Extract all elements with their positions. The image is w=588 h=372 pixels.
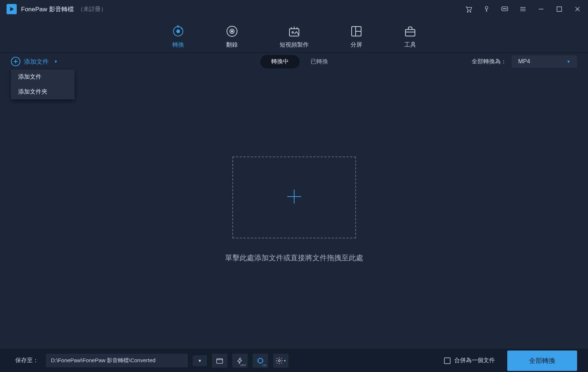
chevron-down-icon: ▼ <box>567 59 571 64</box>
svg-point-1 <box>467 11 468 12</box>
svg-point-16 <box>292 32 293 33</box>
svg-rect-19 <box>217 359 223 363</box>
segment-converted[interactable]: 已轉換 <box>311 58 328 66</box>
maximize-icon[interactable] <box>555 5 563 13</box>
collage-icon <box>350 25 363 37</box>
add-file-label: 添加文件 <box>24 58 49 66</box>
tab-collage[interactable]: 分屏 <box>346 22 367 49</box>
merge-label: 合併為一個文件 <box>454 357 495 364</box>
cart-icon[interactable] <box>464 5 472 13</box>
add-file-dropdown: 添加文件 添加文件夾 <box>11 70 75 99</box>
dropdown-add-file[interactable]: 添加文件 <box>11 70 75 84</box>
svg-point-6 <box>504 8 505 9</box>
app-title: FonePaw 影音轉檔 <box>21 5 74 13</box>
svg-marker-0 <box>10 7 14 11</box>
convert-all-button[interactable]: 全部轉換 <box>507 351 577 371</box>
tab-convert-label: 轉換 <box>172 41 184 49</box>
main-nav: 轉換 翻錄 短視頻製作 分屏 工具 <box>0 18 588 53</box>
toolbar: + 添加文件 ▼ 添加文件 添加文件夾 轉換中 已轉換 全部轉換為： MP4 ▼ <box>0 53 588 70</box>
minimize-icon[interactable] <box>537 5 545 13</box>
open-folder-button[interactable] <box>212 354 227 368</box>
checkbox-icon <box>444 357 451 364</box>
tab-convert[interactable]: 轉換 <box>168 22 189 49</box>
segment-converting[interactable]: 轉換中 <box>260 55 300 68</box>
status-segment: 轉換中 已轉換 <box>260 55 328 68</box>
svg-point-3 <box>485 7 488 9</box>
plus-icon <box>285 187 303 207</box>
registration-status: （未註冊） <box>77 5 107 13</box>
key-icon[interactable] <box>483 5 491 13</box>
svg-rect-18 <box>405 29 415 36</box>
drop-hint: 單擊此處添加文件或直接將文件拖拽至此處 <box>225 253 363 263</box>
convert-icon <box>172 25 184 37</box>
tab-collage-label: 分屏 <box>351 41 362 49</box>
svg-rect-8 <box>557 7 562 12</box>
save-path-field[interactable]: D:\FonePaw\FonePaw 影音轉檔\Converted <box>46 354 188 367</box>
tab-toolbox-label: 工具 <box>404 41 416 49</box>
tab-rip-label: 翻錄 <box>226 41 238 49</box>
toolbox-icon <box>404 25 416 37</box>
dropdown-add-folder[interactable]: 添加文件夾 <box>11 84 75 99</box>
bottom-bar: 保存至： D:\FonePaw\FonePaw 影音轉檔\Converted ▼… <box>0 349 588 372</box>
tab-mv[interactable]: 短視頻製作 <box>275 22 313 49</box>
format-group: 全部轉換為： MP4 ▼ <box>472 55 577 68</box>
save-path-dropdown[interactable]: ▼ <box>193 355 207 366</box>
titlebar-controls <box>464 5 581 13</box>
tab-rip[interactable]: 翻錄 <box>221 22 243 49</box>
menu-icon[interactable] <box>519 5 527 13</box>
format-select[interactable]: MP4 ▼ <box>512 55 577 68</box>
svg-point-2 <box>470 11 471 12</box>
app-logo <box>7 4 17 14</box>
tab-toolbox[interactable]: 工具 <box>400 22 421 49</box>
close-icon[interactable] <box>573 5 581 13</box>
main-area: 單擊此處添加文件或直接將文件拖拽至此處 <box>0 70 588 349</box>
save-to-label: 保存至： <box>15 357 39 364</box>
format-value: MP4 <box>518 58 530 65</box>
svg-point-21 <box>279 360 281 362</box>
svg-point-7 <box>506 8 507 9</box>
plus-circle-icon: + <box>11 57 20 66</box>
feedback-icon[interactable] <box>501 5 509 13</box>
hw-accel-off-button[interactable]: OFF <box>232 354 248 368</box>
titlebar: FonePaw 影音轉檔 （未註冊） <box>0 0 588 18</box>
format-label: 全部轉換為： <box>472 58 507 66</box>
svg-rect-15 <box>289 29 299 36</box>
svg-rect-20 <box>258 359 262 363</box>
svg-point-14 <box>231 31 233 32</box>
settings-button[interactable]: ▾ <box>273 354 288 368</box>
svg-point-10 <box>177 30 180 33</box>
add-file-button[interactable]: + 添加文件 ▼ <box>11 57 58 66</box>
rip-icon <box>226 25 238 37</box>
chevron-down-icon: ▼ <box>54 59 58 64</box>
mv-icon <box>288 25 300 37</box>
tab-mv-label: 短視頻製作 <box>280 41 309 49</box>
svg-point-5 <box>503 8 504 9</box>
drop-zone[interactable] <box>232 157 356 238</box>
merge-checkbox[interactable]: 合併為一個文件 <box>444 357 495 364</box>
gpu-on-button[interactable]: ON <box>253 354 268 368</box>
